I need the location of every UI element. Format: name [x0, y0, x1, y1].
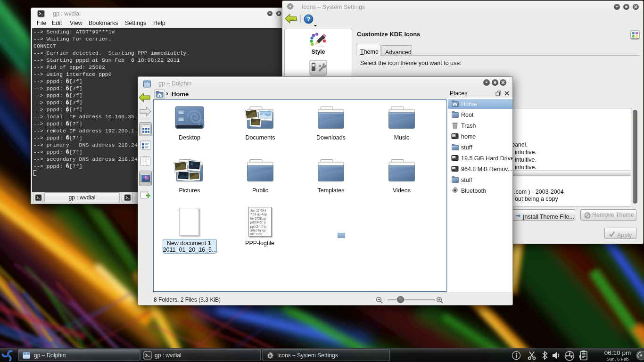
- svg-text:?: ?: [306, 16, 310, 23]
